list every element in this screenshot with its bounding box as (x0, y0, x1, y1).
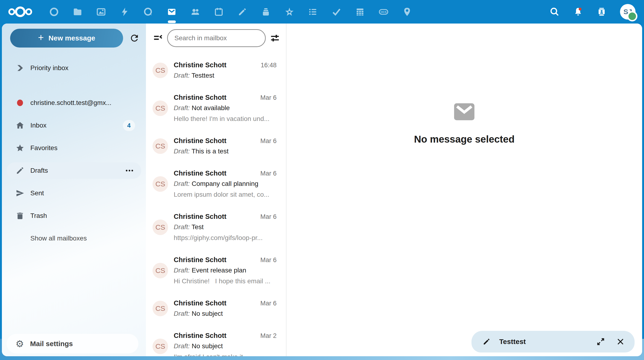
sidebar-item-label: Drafts (30, 167, 48, 174)
maps-icon[interactable] (402, 7, 412, 17)
email-sender: Christine Schott (174, 255, 256, 265)
email-date: Mar 6 (260, 137, 276, 145)
mail-sidebar: + New message Priority inbox (2, 23, 146, 356)
assistant-icon[interactable] (284, 7, 294, 17)
home-icon (15, 120, 25, 131)
email-preview: Hello there! I'm in vacation und... (174, 113, 276, 124)
email-list: CS Christine Schott 16:48 Draft: Testtes… (146, 51, 286, 356)
contacts-icon[interactable] (190, 7, 200, 17)
plus-icon: + (38, 32, 44, 43)
app-menu: OCS (49, 0, 412, 23)
contacts-menu-icon[interactable] (596, 6, 607, 17)
sidebar-item-label: Sent (30, 189, 44, 197)
email-sender: Christine Schott (174, 135, 256, 146)
new-message-label: New message (48, 34, 95, 42)
nextcloud-logo[interactable] (7, 0, 34, 23)
active-app-indicator (168, 20, 176, 23)
empty-state-title: No message selected (414, 134, 514, 145)
email-date: Mar 6 (260, 213, 276, 220)
mail-settings-button[interactable]: ⚙ Mail settings (6, 334, 138, 354)
trash-icon (15, 211, 25, 221)
sidebar-item-priority-inbox[interactable]: Priority inbox (6, 60, 141, 76)
avatar: CS (152, 138, 168, 154)
email-list-item[interactable]: CS Christine Schott Mar 6 Draft: This is… (146, 130, 286, 162)
list-header (146, 23, 286, 51)
avatar: CS (152, 100, 168, 116)
email-sender: Christine Schott (174, 92, 256, 103)
online-status-dot (627, 11, 638, 21)
email-date: Mar 6 (260, 300, 276, 307)
minimized-composer[interactable]: Testtest (472, 331, 634, 353)
unread-count-badge: 4 (123, 120, 135, 131)
send-icon (15, 188, 25, 198)
email-list-item[interactable]: CS Christine Schott Mar 6 Draft: No subj… (146, 292, 286, 325)
mail-icon[interactable] (167, 7, 177, 17)
tables-icon[interactable] (355, 7, 365, 17)
sidebar-item-trash[interactable]: Trash (6, 208, 141, 224)
email-list-item[interactable]: CS Christine Schott Mar 6 Draft: Test ht… (146, 206, 286, 249)
email-list-item[interactable]: CS Christine Schott Mar 2 Draft: No subj… (146, 325, 286, 356)
email-preview: https://giphy.com/gifs/loop-pr... (174, 233, 276, 243)
draft-prefix: Draft: (174, 223, 190, 231)
empty-state: No message selected (414, 101, 514, 145)
email-sender: Christine Schott (174, 330, 256, 341)
files-icon[interactable] (72, 7, 82, 17)
tasks-icon[interactable] (332, 7, 342, 17)
avatar: CS (152, 263, 168, 278)
content-container: + New message Priority inbox (2, 23, 642, 356)
notifications-bell-icon[interactable] (573, 6, 583, 17)
notes-icon[interactable] (237, 7, 248, 17)
mailbox-nav: Priority inbox christine.schott.test@gmx… (2, 60, 146, 247)
list-icon[interactable] (308, 7, 318, 17)
sidebar-item-label: Inbox (30, 122, 46, 129)
email-subject: No subject (192, 342, 223, 350)
sidebar-item-inbox[interactable]: Inbox 4 (6, 117, 141, 134)
sidebar-item-show-all-mailboxes[interactable]: Show all mailboxes (6, 230, 141, 247)
pencil-icon (15, 165, 25, 176)
search-in-mailbox-input[interactable] (167, 29, 266, 47)
topbar: OCS (0, 0, 644, 23)
no-icon-spacer (15, 233, 25, 244)
email-date: 16:48 (260, 62, 276, 69)
email-sender: Christine Schott (174, 60, 257, 70)
sidebar-item-account[interactable]: christine.schott.test@gmx... (6, 95, 141, 111)
star-icon (15, 143, 25, 153)
deck-icon[interactable] (261, 7, 271, 17)
sidebar-item-label: Priority inbox (30, 64, 68, 72)
email-preview: I'm afraid I can't make it... (174, 352, 276, 356)
draft-prefix: Draft: (174, 267, 190, 274)
ocs-icon[interactable]: OCS (378, 7, 388, 17)
filter-icon[interactable] (270, 33, 280, 43)
email-list-item[interactable]: CS Christine Schott Mar 6 Draft: Company… (146, 162, 286, 206)
activity-icon[interactable] (120, 7, 130, 17)
dashboard-icon[interactable] (49, 7, 59, 17)
draft-prefix: Draft: (174, 310, 190, 317)
new-message-button[interactable]: + New message (10, 29, 123, 47)
refresh-icon[interactable] (128, 32, 140, 44)
user-avatar[interactable]: SJ (620, 4, 636, 19)
email-subject: No subject (192, 310, 223, 317)
email-subject: Company call planning (192, 180, 258, 187)
sidebar-item-label: Trash (30, 212, 47, 220)
draft-prefix: Draft: (174, 342, 190, 350)
email-subject: Test (192, 223, 204, 231)
collapse-list-icon[interactable] (152, 33, 163, 43)
email-list-item[interactable]: CS Christine Schott Mar 6 Draft: Event r… (146, 249, 286, 292)
more-actions-icon[interactable] (125, 169, 134, 172)
close-composer-icon[interactable] (615, 337, 626, 347)
email-subject: Not available (192, 104, 230, 111)
draft-prefix: Draft: (174, 72, 190, 79)
email-list-item[interactable]: CS Christine Schott 16:48 Draft: Testtes… (146, 54, 286, 87)
expand-composer-icon[interactable] (596, 337, 606, 347)
sidebar-item-label: christine.schott.test@gmx... (30, 99, 111, 107)
sidebar-item-favorites[interactable]: Favorites (6, 140, 141, 156)
email-list-item[interactable]: CS Christine Schott Mar 6 Draft: Not ava… (146, 87, 286, 130)
sidebar-item-drafts[interactable]: Drafts (6, 162, 141, 179)
talk-icon[interactable] (143, 7, 153, 17)
photos-icon[interactable] (96, 7, 106, 17)
sidebar-item-sent[interactable]: Sent (6, 185, 141, 201)
calendar-icon[interactable] (214, 7, 224, 17)
svg-text:OCS: OCS (380, 10, 387, 14)
search-icon[interactable] (550, 6, 560, 17)
email-sender: Christine Schott (174, 211, 256, 222)
